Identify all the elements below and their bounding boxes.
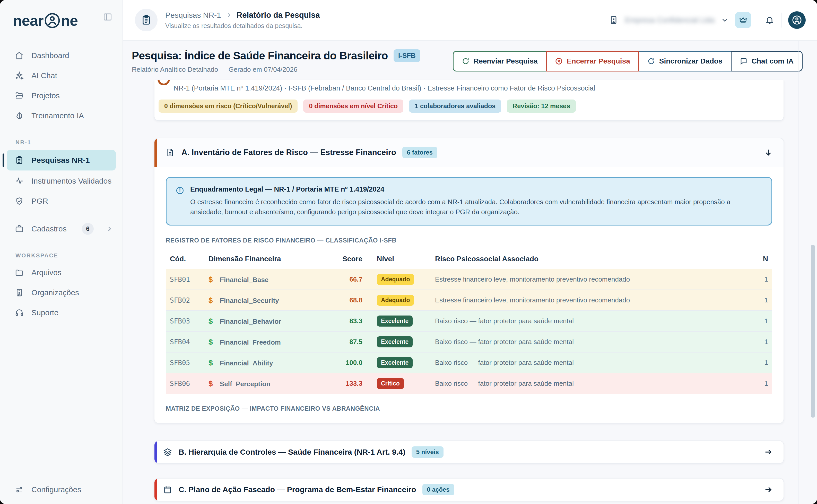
crown-icon	[739, 16, 747, 24]
page-subtitle: Relatório Analítico Detalhado — Gerado e…	[132, 66, 420, 74]
sidebar-item-dashboard[interactable]: Dashboard	[0, 46, 122, 65]
summary-badges: 0 dimensões em risco (Crítico/Vulnerável…	[158, 100, 776, 113]
col-risco: Risco Psicossocial Associado	[431, 250, 754, 269]
shield-check-icon	[15, 197, 24, 205]
section-a-title: A. Inventário de Fatores de Risco — Estr…	[181, 148, 396, 157]
table-row: SFB02 $Financial_Security 68.8 Adequado …	[166, 290, 772, 311]
section-c-accent	[154, 479, 157, 501]
sidebar-item-suporte[interactable]: Suporte	[0, 303, 122, 322]
sidebar-item-label: Instrumentos Validados	[31, 177, 111, 185]
activity-icon	[15, 177, 24, 185]
info-icon	[176, 186, 184, 195]
matrix-label: MATRIZ DE EXPOSIÇÃO — IMPACTO FINANCEIRO…	[166, 405, 772, 412]
sidebar-item-label: Cadastros	[31, 224, 67, 233]
bell-icon[interactable]	[765, 15, 774, 25]
section-c-count-badge: 0 ações	[422, 484, 454, 495]
chevron-down-icon[interactable]	[721, 16, 729, 24]
sidebar-item-treinamento-ia[interactable]: Treinamento IA	[0, 106, 122, 125]
gauge-icon	[157, 80, 170, 85]
page-icon-circle	[135, 9, 157, 31]
risk-factors-table: Cód. Dimensão Financeira Score Nível Ris…	[166, 250, 772, 394]
sidebar-item-pgr[interactable]: PGR	[0, 192, 122, 211]
section-b-count-badge: 5 níveis	[412, 446, 443, 458]
level-badge: Excelente	[377, 357, 413, 368]
isfb-badge: I-SFB	[394, 49, 420, 62]
section-c-card[interactable]: C. Plano de Ação Faseado — Programa de B…	[154, 478, 784, 501]
col-dimensao: Dimensão Financeira	[205, 250, 323, 269]
title-block: Pesquisa: Índice de Saúde Financeira do …	[132, 49, 420, 74]
framework-reference-line: NR-1 (Portaria MTE nº 1.419/2024) · I-SF…	[173, 84, 776, 92]
refresh-icon	[462, 57, 469, 65]
clipboard-icon	[141, 15, 151, 25]
sidebar-item-organizacoes[interactable]: Organizações	[0, 283, 122, 302]
sidebar-item-label: Organizações	[31, 288, 79, 297]
reenviar-pesquisa-button[interactable]: Reenviar Pesquisa	[453, 51, 547, 71]
section-a-body: Enquadramento Legal — NR-1 / Portaria MT…	[154, 167, 784, 423]
dollar-icon: $	[209, 317, 220, 326]
sidebar-section-nr1: NR-1	[15, 139, 122, 146]
level-badge: Excelente	[377, 336, 413, 347]
plan-button[interactable]	[735, 12, 751, 28]
breadcrumb-current: Relatório da Pesquisa	[237, 11, 320, 20]
report-content: NR-1 (Portaria MTE nº 1.419/2024) · I-SF…	[123, 80, 817, 504]
sidebar-item-arquivos[interactable]: Arquivos	[0, 263, 122, 282]
legal-body: O estresse financeiro é reconhecido como…	[190, 197, 751, 217]
sidebar-item-pesquisas-nr1[interactable]: Pesquisas NR-1	[7, 150, 116, 170]
main-area: Pesquisas NR-1 Relatório da Pesquisa Vis…	[123, 0, 817, 504]
legal-info-box: Enquadramento Legal — NR-1 / Portaria MT…	[166, 177, 772, 226]
critical-dimensions-badge: 0 dimensões em nível Crítico	[303, 100, 403, 113]
sidebar-section-workspace: WORKSPACE	[15, 252, 122, 259]
encerrar-pesquisa-button[interactable]: Encerrar Pesquisa	[546, 51, 639, 71]
sidebar-item-projetos[interactable]: Projetos	[0, 86, 122, 105]
x-circle-icon	[555, 57, 563, 65]
layers-icon	[163, 448, 172, 456]
registry-label: REGISTRO DE FATORES DE RISCO FINANCEIRO …	[166, 237, 772, 244]
sidebar: near ne Dashboard AI Chat Projetos Trein…	[0, 0, 123, 504]
sidebar-nav: Dashboard AI Chat Projetos Treinamento I…	[0, 46, 122, 322]
clipboard-icon	[15, 156, 24, 165]
sliders-icon	[15, 485, 24, 494]
topbar: Pesquisas NR-1 Relatório da Pesquisa Vis…	[123, 0, 817, 41]
title-bar: Pesquisa: Índice de Saúde Financeira do …	[123, 41, 817, 80]
sincronizar-dados-button[interactable]: Sincronizar Dados	[639, 51, 732, 71]
sidebar-item-ai-chat[interactable]: AI Chat	[0, 66, 122, 85]
brain-icon	[15, 111, 24, 120]
dollar-icon: $	[209, 296, 220, 305]
table-row: SFB01 $Financial_Base 66.7 Adequado Estr…	[166, 269, 772, 290]
col-n: N	[754, 250, 772, 269]
folder-open-icon	[15, 91, 24, 100]
sidebar-item-configuracoes[interactable]: Configurações	[0, 475, 122, 504]
app-window: near ne Dashboard AI Chat Projetos Trein…	[0, 0, 817, 504]
sidebar-collapse-icon[interactable]	[103, 12, 112, 22]
sidebar-item-label: Configurações	[31, 485, 81, 494]
section-b-card[interactable]: B. Hierarquia de Controles — Saúde Finan…	[154, 440, 784, 464]
sidebar-item-label: AI Chat	[31, 71, 57, 80]
briefcase-icon	[15, 224, 24, 233]
table-row: SFB04 $Financial_Freedom 87.5 Excelente …	[166, 331, 772, 352]
file-text-icon	[165, 148, 175, 157]
arrow-down-icon	[764, 148, 773, 157]
dollar-icon: $	[209, 275, 220, 284]
sidebar-item-cadastros[interactable]: Cadastros 6	[0, 219, 122, 238]
user-avatar-icon	[792, 15, 802, 25]
org-selector-name[interactable]: Empresa Confidencial Ltda	[625, 16, 715, 24]
level-badge: Excelente	[377, 316, 413, 327]
brand-word-left: near	[13, 12, 43, 29]
chat-com-ia-button[interactable]: Chat com IA	[731, 51, 803, 71]
user-avatar[interactable]	[788, 11, 806, 29]
dollar-icon: $	[209, 338, 220, 346]
table-row: SFB03 $Financial_Behavior 83.3 Excelente…	[166, 311, 772, 331]
building-icon	[609, 15, 618, 25]
level-badge: Crítico	[377, 378, 404, 389]
report-meta-card: NR-1 (Portaria MTE nº 1.419/2024) · I-SF…	[154, 80, 784, 121]
headphones-icon	[15, 308, 24, 317]
sidebar-item-instrumentos-validados[interactable]: Instrumentos Validados	[0, 172, 122, 191]
risk-dimensions-badge: 0 dimensões em risco (Crítico/Vulnerável…	[158, 100, 298, 113]
sidebar-item-label: Dashboard	[31, 51, 69, 60]
section-a-header[interactable]: A. Inventário de Fatores de Risco — Estr…	[154, 138, 784, 167]
breadcrumb-parent[interactable]: Pesquisas NR-1	[165, 11, 221, 20]
person-circle-icon	[44, 12, 60, 29]
topbar-actions: Empresa Confidencial Ltda	[609, 11, 806, 29]
legal-title: Enquadramento Legal — NR-1 / Portaria MT…	[190, 185, 751, 193]
breadcrumb: Pesquisas NR-1 Relatório da Pesquisa Vis…	[165, 11, 320, 30]
